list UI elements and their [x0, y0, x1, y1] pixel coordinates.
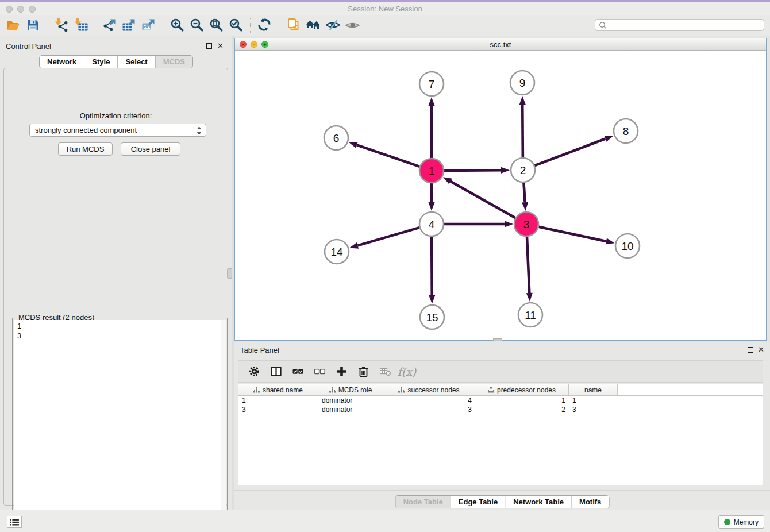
open-session-button[interactable]: [3, 17, 23, 34]
column-layout-icon: [271, 366, 282, 377]
export-network-icon: [102, 18, 117, 33]
delete-column-button[interactable]: [352, 363, 374, 380]
edge-arrow-3-11: [526, 293, 533, 302]
edge-2-9[interactable]: [522, 105, 523, 157]
mcds-result-scrollbar[interactable]: [221, 320, 226, 531]
task-history-button[interactable]: [7, 516, 22, 528]
refresh-view-button[interactable]: [255, 17, 275, 34]
float-panel-icon[interactable]: [206, 43, 212, 49]
edge-4-14[interactable]: [357, 228, 419, 245]
table-tabs: Node TableEdge TableNetwork TableMotifs: [395, 495, 610, 508]
node-label-6: 6: [333, 132, 340, 144]
edge-arrow-1-6: [349, 142, 358, 148]
home-view-button[interactable]: [303, 17, 323, 34]
edge-4-15[interactable]: [432, 237, 432, 295]
table-cell[interactable]: dominator: [318, 405, 383, 414]
optimization-criterion-select[interactable]: strongly connected component: [29, 124, 206, 137]
network-window-titlebar[interactable]: ✕ − + scc.txt: [235, 38, 766, 51]
tab-node-table[interactable]: Node Table: [396, 496, 451, 508]
hide-selected-button[interactable]: [323, 17, 342, 34]
export-network-button[interactable]: [100, 17, 120, 34]
table-cell[interactable]: dominator: [318, 396, 383, 405]
edge-arrow-3-1: [443, 177, 452, 184]
zoom-out-button[interactable]: [187, 17, 207, 34]
mcds-result-text[interactable]: 1 3: [14, 320, 221, 531]
search-input[interactable]: [595, 19, 764, 31]
network-canvas[interactable]: 7968124314101511: [235, 51, 766, 340]
deselect-all-checkboxes-icon: [314, 366, 325, 377]
import-table-button[interactable]: [71, 17, 91, 34]
edge-2-3[interactable]: [523, 183, 525, 202]
edge-1-6[interactable]: [357, 145, 419, 167]
save-session-button[interactable]: [23, 17, 43, 34]
table-cell[interactable]: 2: [475, 405, 569, 414]
column-label: shared name: [263, 386, 303, 394]
table-cell[interactable]: 3: [238, 405, 318, 414]
tab-motifs[interactable]: Motifs: [571, 496, 609, 508]
column-layout-button[interactable]: [265, 363, 287, 380]
table-row[interactable]: 3dominator323: [238, 405, 763, 414]
toolbar-separator: [95, 18, 96, 33]
table-cell[interactable]: 3: [383, 405, 475, 414]
delete-column-icon: [358, 366, 369, 377]
close-panel-button[interactable]: Close panel: [121, 142, 180, 156]
edge-3-1[interactable]: [451, 182, 515, 218]
edge-3-10[interactable]: [539, 227, 606, 241]
edge-3-11[interactable]: [527, 237, 529, 293]
tab-network[interactable]: Network: [40, 56, 84, 68]
float-table-panel-icon[interactable]: [748, 347, 753, 353]
tab-edge-table[interactable]: Edge Table: [451, 496, 505, 508]
column-header-MCDS-role[interactable]: MCDS role: [318, 384, 383, 395]
tab-mcds[interactable]: MCDS: [155, 56, 192, 68]
table-panel: Table Panel ✕ f(x) shared nameMCDS roles…: [234, 342, 770, 510]
run-mcds-button[interactable]: Run MCDS: [58, 142, 113, 156]
table-row[interactable]: 1dominator411: [238, 396, 763, 405]
column-label: predecessor nodes: [497, 386, 556, 394]
show-hidden-button[interactable]: [342, 17, 362, 34]
split-divider-horizontal-handle[interactable]: [493, 338, 502, 341]
export-image-button[interactable]: [139, 17, 159, 34]
close-panel-icon[interactable]: ✕: [217, 43, 224, 49]
column-header-successor-nodes[interactable]: successor nodes: [383, 384, 475, 395]
zoom-fit-button[interactable]: [207, 17, 226, 34]
duplicate-network-button[interactable]: [284, 17, 303, 34]
duplicate-network-icon: [286, 18, 301, 33]
table-cell[interactable]: 1: [238, 396, 318, 405]
status-bar: Memory: [0, 510, 770, 532]
import-network-button[interactable]: [52, 17, 71, 34]
tab-network-table[interactable]: Network Table: [505, 496, 571, 508]
select-all-checkboxes-icon: [292, 366, 303, 377]
control-panel-tabs: NetworkStyleSelectMCDS: [39, 55, 193, 68]
edge-arrow-2-8: [605, 136, 614, 141]
add-column-button[interactable]: [330, 363, 352, 380]
column-header-predecessor-nodes[interactable]: predecessor nodes: [475, 384, 569, 395]
hierarchy-icon: [253, 387, 260, 393]
table-cell[interactable]: 1: [475, 396, 569, 405]
tab-select[interactable]: Select: [117, 56, 155, 68]
network-window-title: scc.txt: [235, 40, 766, 49]
tab-style[interactable]: Style: [84, 56, 117, 68]
toolbar-separator: [163, 18, 164, 33]
select-all-checkboxes-button[interactable]: [287, 363, 309, 380]
toolbar-separator: [47, 18, 48, 33]
home-view-icon: [306, 18, 321, 33]
edge-1-2[interactable]: [444, 170, 501, 171]
control-panel: Control Panel ✕ NetworkStyleSelectMCDS O…: [0, 36, 232, 510]
memory-button[interactable]: Memory: [718, 515, 764, 529]
split-divider-handle[interactable]: [227, 268, 232, 279]
column-header-shared-name[interactable]: shared name: [238, 384, 318, 395]
table-cell[interactable]: 4: [383, 396, 475, 405]
column-header-name[interactable]: name: [569, 384, 618, 395]
save-session-icon: [25, 18, 40, 33]
close-table-panel-icon[interactable]: ✕: [758, 347, 764, 353]
hide-selected-icon: [325, 18, 340, 33]
table-cell[interactable]: 1: [569, 396, 618, 405]
table-settings-button[interactable]: [243, 363, 265, 380]
deselect-all-checkboxes-button[interactable]: [309, 363, 330, 380]
export-table-button[interactable]: [120, 17, 139, 34]
toolbar-separator: [250, 18, 251, 33]
zoom-selected-button[interactable]: [226, 17, 246, 34]
table-cell[interactable]: 3: [569, 405, 618, 414]
edge-2-8[interactable]: [535, 138, 606, 165]
zoom-in-button[interactable]: [168, 17, 187, 34]
